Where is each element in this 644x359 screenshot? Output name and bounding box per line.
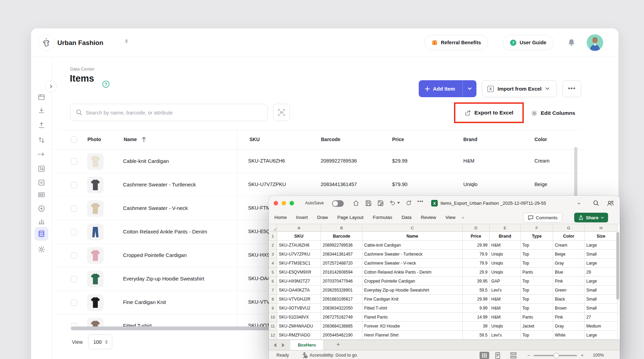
cell-E2[interactable]: H&M: [490, 241, 521, 250]
row-number[interactable]: 2: [269, 241, 277, 250]
product-photo[interactable]: [87, 294, 104, 311]
product-photo[interactable]: [87, 271, 104, 287]
column-header-A[interactable]: A: [277, 224, 321, 232]
sidebar-item-stock-in[interactable]: [37, 107, 46, 115]
cell-A10[interactable]: SKU-51D348VX: [277, 313, 321, 322]
sidebar-item-data-center[interactable]: [37, 230, 46, 238]
sidebar-item-settings[interactable]: [37, 245, 46, 254]
cell-H3[interactable]: Small: [585, 250, 618, 259]
cell-G7[interactable]: Green: [553, 286, 585, 295]
row-number[interactable]: 10: [269, 313, 277, 322]
cell-B12[interactable]: 2005445462190: [321, 331, 362, 340]
product-photo[interactable]: [87, 224, 104, 240]
cell-C5[interactable]: Cotton Relaxed Ankle Pants - Denim: [362, 268, 463, 277]
cell-G1[interactable]: Color: [553, 232, 585, 241]
cell-H1[interactable]: Size: [585, 232, 618, 241]
cell-B11[interactable]: 2083684138885: [321, 322, 362, 331]
column-header-B[interactable]: B: [321, 224, 362, 232]
workspace-switcher-icon[interactable]: [125, 39, 128, 43]
cell-H12[interactable]: Large: [585, 331, 618, 340]
cell-H7[interactable]: Small: [585, 286, 618, 295]
cell-F11[interactable]: Jacket: [521, 322, 553, 331]
cell-E6[interactable]: GAP: [490, 277, 521, 286]
cell-C10[interactable]: Flared Pants: [362, 313, 463, 322]
autosave-toggle[interactable]: [332, 200, 344, 207]
cell-E1[interactable]: Brand: [490, 232, 521, 241]
cell-E10[interactable]: H&M: [490, 313, 521, 322]
cell-E7[interactable]: Levi's: [490, 286, 521, 295]
cell-H5[interactable]: 29: [585, 268, 618, 277]
zoom-slider-thumb[interactable]: [553, 353, 559, 358]
items-help-icon[interactable]: ?: [102, 81, 110, 88]
cell-B3[interactable]: 2083441361457: [321, 250, 362, 259]
cell-F6[interactable]: Top: [521, 277, 553, 286]
ribbon-overflow-icon[interactable]: »: [462, 215, 464, 220]
workspace-logo[interactable]: [38, 34, 55, 51]
cell-H8[interactable]: Small: [585, 295, 618, 304]
page-size-select[interactable]: 100: [88, 334, 112, 349]
zoom-window-button[interactable]: [290, 201, 294, 205]
cell-G3[interactable]: Beige: [553, 250, 585, 259]
select-all-checkbox[interactable]: [71, 137, 77, 143]
cell-F7[interactable]: Top: [521, 286, 553, 295]
row-number[interactable]: 8: [269, 295, 277, 304]
sidebar-item-analytics[interactable]: [37, 217, 46, 225]
cell-G4[interactable]: Gray: [553, 259, 585, 268]
cell-G9[interactable]: Brown: [553, 304, 585, 313]
more-commands-icon[interactable]: •••: [417, 199, 424, 204]
cell-F4[interactable]: Top: [521, 259, 553, 268]
cell-A5[interactable]: SKU-E5QVM9XR: [277, 268, 321, 277]
add-item-dropdown[interactable]: [463, 87, 476, 90]
sidebar-item-purchase[interactable]: [37, 204, 46, 213]
cell-E5[interactable]: Uniqlo: [490, 268, 521, 277]
sidebar-item-adjust[interactable]: [37, 136, 46, 144]
sidebar-item-stocktake[interactable]: [37, 165, 46, 173]
cell-C1[interactable]: Name: [362, 232, 463, 241]
cell-D9[interactable]: 9.99: [463, 304, 490, 313]
cell-E8[interactable]: H&M: [490, 295, 521, 304]
cell-C6[interactable]: Cropped Pointelle Cardigan: [362, 277, 463, 286]
sidebar-item-stock-out[interactable]: [37, 121, 46, 130]
cell-D8[interactable]: 29.99: [463, 295, 490, 304]
cell-F5[interactable]: Pants: [521, 268, 553, 277]
cell-H11[interactable]: Medium: [585, 322, 618, 331]
select-all-cells-corner[interactable]: [269, 224, 277, 232]
sidebar-item-move[interactable]: [37, 150, 46, 158]
cell-D6[interactable]: 39.95: [463, 277, 490, 286]
excel-vertical-scrollbar[interactable]: [616, 232, 619, 300]
cell-G12[interactable]: White: [553, 331, 585, 340]
normal-view-button[interactable]: [480, 352, 489, 359]
column-barcode[interactable]: Barcode: [321, 137, 340, 142]
cell-B6[interactable]: 2070370477946: [321, 277, 362, 286]
cell-H4[interactable]: Large: [585, 259, 618, 268]
cell-H10[interactable]: 27: [585, 313, 618, 322]
ribbon-tab-review[interactable]: Review: [421, 215, 436, 220]
column-header-F[interactable]: F: [521, 224, 553, 232]
page-break-view-icon[interactable]: [510, 352, 517, 359]
cell-E4[interactable]: Uniqlo: [490, 259, 521, 268]
row-number[interactable]: 5: [269, 268, 277, 277]
cell-D4[interactable]: 79.9: [463, 259, 490, 268]
search-icon[interactable]: [593, 200, 599, 206]
cell-A2[interactable]: SKU-ZTAU6ZH6: [277, 241, 321, 250]
cell-B9[interactable]: 2083634322050: [321, 304, 362, 313]
import-from-excel-button[interactable]: X Import from Excel: [482, 80, 557, 97]
row-checkbox[interactable]: [71, 252, 77, 259]
cell-C4[interactable]: Cashmere Sweater - V-neck: [362, 259, 463, 268]
cell-F10[interactable]: Pants: [521, 313, 553, 322]
cell-B7[interactable]: 2036255328901: [321, 286, 362, 295]
close-window-button[interactable]: [274, 201, 278, 205]
user-guide-button[interactable]: ? User Guide: [503, 35, 553, 50]
add-sheet-button[interactable]: +: [337, 341, 340, 348]
column-photo[interactable]: Photo: [87, 137, 101, 142]
product-photo[interactable]: [87, 318, 104, 328]
product-photo[interactable]: [87, 153, 104, 170]
row-number[interactable]: 7: [269, 286, 277, 295]
cell-A6[interactable]: SKU-HX9M2TZ7: [277, 277, 321, 286]
ribbon-tab-data[interactable]: Data: [401, 215, 411, 220]
notifications-bell-icon[interactable]: [567, 38, 576, 47]
row-number[interactable]: 6: [269, 277, 277, 286]
cell-A9[interactable]: SKU-0OTVBVU2: [277, 304, 321, 313]
cell-B1[interactable]: Barcode: [321, 232, 362, 241]
cell-C7[interactable]: Everyday Zip-up Hoodie Sweatshirt: [362, 286, 463, 295]
